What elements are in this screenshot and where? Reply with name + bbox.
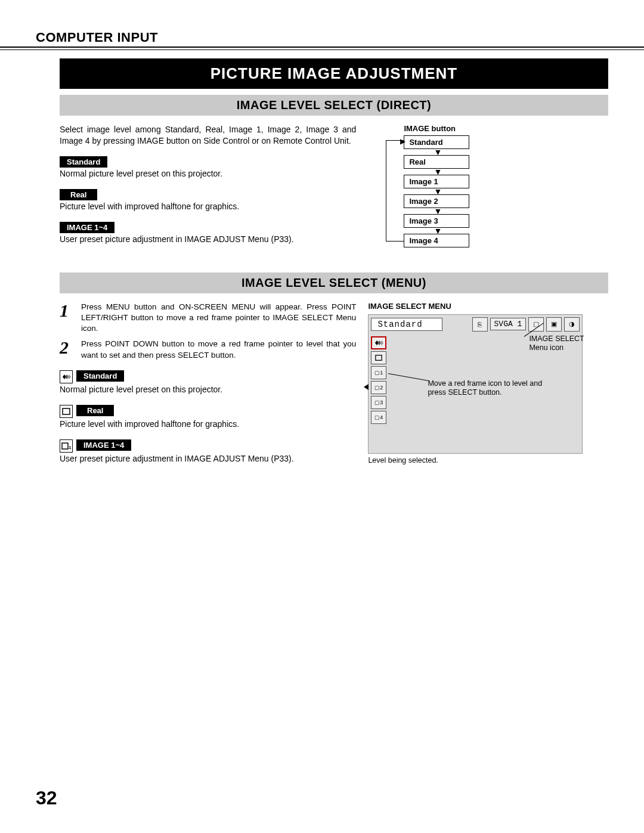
osd-item-real	[371, 351, 386, 364]
osd-input-icon: ⎘	[472, 317, 488, 332]
title-banner: PICTURE IMAGE ADJUSTMENT	[60, 58, 608, 89]
step-2-text: Press POINT DOWN button to move a red fr…	[81, 339, 356, 360]
subsection-banner-menu: IMAGE LEVEL SELECT (MENU)	[60, 272, 608, 293]
osd-item-image4: ▢4	[371, 411, 386, 424]
step-1-text: Press MENU button and ON-SCREEN MENU wil…	[81, 302, 356, 335]
label-standard-2: Standard	[76, 370, 124, 382]
desc-real-2: Picture level with improved halftone for…	[60, 419, 356, 429]
svg-text:1: 1	[69, 445, 72, 450]
image-select-menu-title: IMAGE SELECT MENU	[368, 302, 608, 311]
button-cycle-diagram: ▶ Standard ▼ Real ▼ Image 1 ▼ Image 2 ▼ …	[386, 135, 608, 247]
arrow-down-icon: ▼	[434, 188, 439, 194]
osd-item-image3: ▢3	[371, 396, 386, 409]
section-header: COMPUTER INPUT	[36, 30, 608, 45]
osd-status-box: Standard	[371, 318, 442, 331]
desc-standard-2: Normal picture level preset on this proj…	[60, 385, 356, 394]
real-icon	[60, 405, 73, 418]
desc-image14: User preset picture adjustment in IMAGE …	[60, 234, 356, 244]
label-image14: IMAGE 1~4	[60, 222, 114, 233]
annotation-move: Move a red frame icon to level and press…	[428, 379, 559, 398]
arrow-down-icon: ▼	[434, 228, 439, 234]
label-real: Real	[60, 189, 97, 200]
osd-item-standard	[371, 336, 386, 349]
svg-marker-8	[380, 340, 383, 345]
desc-image14-2: User preset picture adjustment in IMAGE …	[60, 454, 356, 463]
standard-icon	[60, 370, 73, 383]
arrow-down-icon: ▼	[434, 208, 439, 214]
diagram-title: IMAGE button	[404, 124, 608, 133]
label-real-2: Real	[76, 405, 114, 416]
arrow-down-icon: ▼	[434, 149, 439, 155]
pointer-triangle-icon	[364, 384, 369, 390]
osd-sidebar: ▢1 ▢2 ▢3 ▢4	[369, 334, 389, 453]
svg-rect-9	[376, 355, 382, 360]
horizontal-rule	[0, 47, 644, 50]
desc-standard: Normal picture level preset on this proj…	[60, 169, 356, 178]
caption-level-selected: Level being selected.	[368, 456, 608, 465]
osd-item-image2: ▢2	[371, 381, 386, 394]
label-image14-2: IMAGE 1~4	[76, 439, 131, 451]
step-number-1: 1	[60, 302, 74, 335]
image-preset-icon: 1	[60, 439, 73, 453]
step-number-2: 2	[60, 339, 74, 360]
annotation-menuicon: IMAGE SELECT Menu icon	[529, 335, 595, 353]
desc-real: Picture level with improved halftone for…	[60, 202, 356, 211]
intro-text: Select image level among Standard, Real,…	[60, 124, 356, 147]
flow-image4: Image 4	[404, 234, 469, 247]
label-standard: Standard	[60, 156, 107, 168]
svg-rect-4	[62, 443, 68, 449]
subsection-banner-direct: IMAGE LEVEL SELECT (DIRECT)	[60, 95, 608, 116]
osd-item-image1: ▢1	[371, 366, 386, 379]
svg-marker-2	[67, 374, 71, 379]
page-number: 32	[36, 787, 57, 809]
osd-svga-label: SVGA 1	[490, 318, 527, 330]
osd-setting-icon: ◑	[564, 317, 580, 332]
arrow-down-icon: ▼	[434, 169, 439, 175]
osd-image-icon: ▣	[546, 317, 562, 332]
svg-rect-3	[63, 408, 70, 414]
